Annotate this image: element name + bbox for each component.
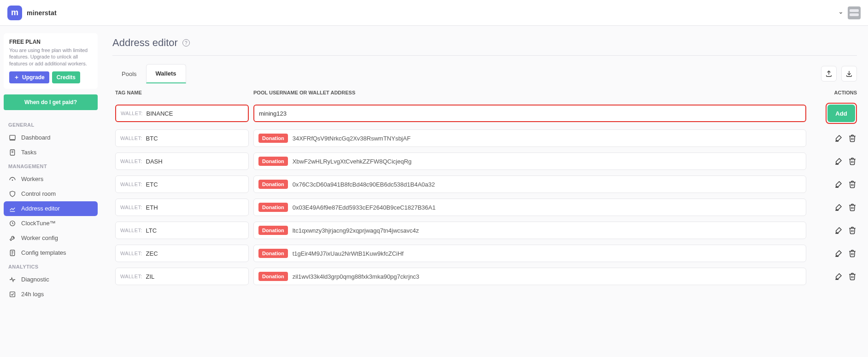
svg-rect-2 <box>10 135 15 140</box>
row-actions <box>811 180 857 189</box>
edit-button[interactable] <box>834 180 843 189</box>
nav-control-room[interactable]: Control room <box>4 187 98 201</box>
help-icon[interactable]: ? <box>182 39 190 47</box>
delete-button[interactable] <box>848 157 857 166</box>
new-address-input[interactable] <box>253 105 806 122</box>
address-input[interactable]: Donation <box>253 222 806 239</box>
tag-input[interactable]: WALLET: <box>115 129 249 147</box>
page-title: Address editor <box>112 37 178 49</box>
donation-badge: Donation <box>258 226 288 235</box>
when-paid-button[interactable]: When do I get paid? <box>4 94 98 110</box>
logo[interactable]: m minerstat <box>7 6 57 20</box>
address-field[interactable] <box>293 135 801 142</box>
address-field[interactable] <box>293 158 801 165</box>
nav-label: Control room <box>21 190 56 197</box>
upgrade-button[interactable]: Upgrade <box>9 71 49 83</box>
tag-input[interactable]: WALLET: <box>115 268 249 285</box>
tag-input[interactable]: WALLET: <box>115 152 249 170</box>
download-icon <box>845 70 853 77</box>
nav-label: Tasks <box>21 149 36 156</box>
tag-input[interactable]: WALLET: <box>115 245 249 262</box>
address-input[interactable]: Donation <box>253 129 806 147</box>
delete-button[interactable] <box>848 249 857 258</box>
export-button[interactable] <box>821 66 837 82</box>
nav-label: ClockTune™ <box>21 220 56 227</box>
tag-input[interactable]: WALLET: <box>115 199 249 216</box>
row-actions <box>811 134 857 143</box>
nav-tasks[interactable]: Tasks <box>4 145 98 160</box>
new-wallet-row: WALLET: Add <box>112 100 868 127</box>
nav-label: 24h logs <box>21 291 44 298</box>
delete-button[interactable] <box>848 180 857 189</box>
edit-button[interactable] <box>834 203 843 212</box>
donation-badge: Donation <box>258 180 288 189</box>
tag-field[interactable] <box>146 204 244 211</box>
tag-prefix: WALLET: <box>120 228 142 233</box>
row-actions <box>811 226 857 235</box>
tag-field[interactable] <box>146 181 244 188</box>
new-tag-input[interactable]: WALLET: <box>115 105 249 122</box>
address-input[interactable]: Donation <box>253 199 806 216</box>
wallet-row: WALLET: Donation <box>112 127 868 150</box>
delete-button[interactable] <box>848 134 857 143</box>
plus-icon <box>14 75 19 80</box>
wallet-row: WALLET: Donation <box>112 219 868 242</box>
tag-input[interactable]: WALLET: <box>115 176 249 193</box>
tag-field[interactable] <box>146 250 244 257</box>
tag-field[interactable] <box>146 273 244 280</box>
new-tag-field[interactable] <box>147 110 243 117</box>
nav-label: Worker config <box>21 234 58 241</box>
tag-field[interactable] <box>146 158 244 165</box>
header-right <box>839 6 861 19</box>
nav-dashboard[interactable]: Dashboard <box>4 130 98 145</box>
nav-label: Dashboard <box>21 134 51 141</box>
new-address-field[interactable] <box>259 110 801 117</box>
nav-address-editor[interactable]: Address editor <box>4 201 98 216</box>
tag-prefix: WALLET: <box>120 205 142 210</box>
address-field[interactable] <box>293 273 801 280</box>
edit-button[interactable] <box>834 157 843 166</box>
import-button[interactable] <box>841 66 857 82</box>
dashboard-icon <box>8 134 17 142</box>
row-actions <box>811 157 857 166</box>
chevron-down-icon[interactable] <box>839 11 843 15</box>
delete-button[interactable] <box>848 272 857 281</box>
nav-worker-config[interactable]: Worker config <box>4 231 98 246</box>
address-field[interactable] <box>293 250 801 257</box>
edit-button[interactable] <box>834 134 843 143</box>
nav-section-analytics: ANALYTICS <box>4 260 98 272</box>
credits-button[interactable]: Credits <box>52 71 80 83</box>
address-field[interactable] <box>293 227 801 234</box>
address-input[interactable]: Donation <box>253 268 806 285</box>
address-field[interactable] <box>293 181 801 188</box>
tab-wallets[interactable]: Wallets <box>146 64 186 83</box>
col-tag: TAG NAME <box>115 90 249 95</box>
wallet-row: WALLET: Donation <box>112 265 868 288</box>
nav-logs[interactable]: 24h logs <box>4 287 98 302</box>
nav-diagnostic[interactable]: Diagnostic <box>4 272 98 287</box>
tabs: Pools Wallets <box>112 64 186 83</box>
tab-pools[interactable]: Pools <box>112 64 146 83</box>
donation-badge: Donation <box>258 203 288 212</box>
add-button[interactable]: Add <box>827 105 855 122</box>
nav-config-templates[interactable]: Config templates <box>4 246 98 260</box>
app-menu-icon[interactable] <box>848 6 861 19</box>
address-input[interactable]: Donation <box>253 152 806 170</box>
tag-field[interactable] <box>146 135 244 142</box>
logo-text: minerstat <box>27 9 57 17</box>
delete-button[interactable] <box>848 226 857 235</box>
address-field[interactable] <box>293 204 801 211</box>
address-input[interactable]: Donation <box>253 176 806 193</box>
edit-button[interactable] <box>834 249 843 258</box>
delete-button[interactable] <box>848 203 857 212</box>
plan-title: FREE PLAN <box>9 39 92 45</box>
edit-button[interactable] <box>834 272 843 281</box>
sidebar: FREE PLAN You are using free plan with l… <box>0 26 101 309</box>
nav-workers[interactable]: Workers <box>4 172 98 187</box>
donation-badge: Donation <box>258 157 288 166</box>
tag-input[interactable]: WALLET: <box>115 222 249 239</box>
tag-field[interactable] <box>146 227 244 234</box>
address-input[interactable]: Donation <box>253 245 806 262</box>
nav-clocktune[interactable]: ClockTune™ <box>4 216 98 231</box>
edit-button[interactable] <box>834 226 843 235</box>
